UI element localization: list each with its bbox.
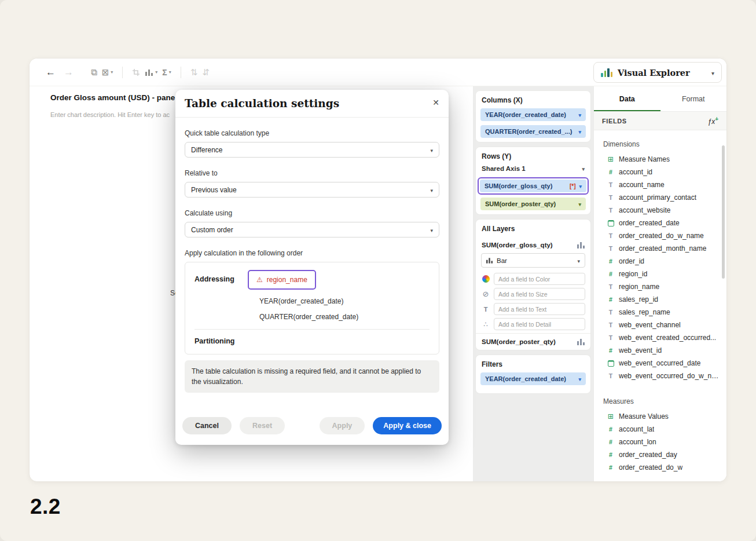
field-item[interactable]: web_event_channel — [594, 319, 726, 331]
shared-axis-row[interactable]: Shared Axis 1 — [476, 165, 590, 176]
layer-row-poster[interactable]: SUM(order_poster_qty) — [476, 333, 590, 350]
field-item[interactable]: account_lon — [594, 436, 726, 448]
field-item[interactable]: account_website — [594, 204, 726, 217]
field-name: sales_rep_name — [619, 308, 670, 316]
chart-title[interactable]: Order Gloss amount (USD) - pane — [50, 93, 175, 102]
add-field-input[interactable] — [494, 318, 585, 330]
field-item[interactable]: web_event_occurred_date — [594, 357, 726, 370]
relative-to-value: Previous value — [191, 186, 237, 194]
addressing-item-label: region_name — [267, 276, 307, 284]
field-item[interactable]: Measure Names — [594, 153, 726, 166]
fields-header-bar: FIELDS ƒx+ — [594, 112, 726, 130]
layer-row-gloss[interactable]: SUM(order_gloss_qty) — [476, 237, 590, 251]
chevron-down-icon — [575, 128, 581, 135]
add-calculation-button[interactable]: ƒx+ — [707, 116, 718, 126]
tab-data[interactable]: Data — [594, 86, 660, 111]
chart-description-placeholder[interactable]: Enter chart description. Hit Enter key t… — [50, 111, 170, 118]
modal-header: Table calculation settings ✕ — [175, 90, 449, 118]
size-icon — [481, 290, 490, 299]
apply-and-close-button[interactable]: Apply & close — [373, 417, 442, 434]
data-panel: Data Format FIELDS ƒx+ Dimensions Measur… — [593, 86, 726, 481]
add-field-input[interactable] — [494, 273, 585, 285]
field-name: order_created_do_w_name — [619, 232, 704, 240]
number-icon — [607, 257, 615, 265]
back-button[interactable]: ← — [43, 64, 58, 81]
number-icon — [607, 438, 615, 446]
row-pill-gloss[interactable]: SUM(order_gloss_qty) [*] — [480, 180, 586, 192]
pill-label: SUM(order_poster_qty) — [485, 200, 575, 207]
filter-pill[interactable]: YEAR(order_created_date) — [480, 372, 586, 385]
crop-icon[interactable] — [130, 66, 142, 79]
column-pill[interactable]: QUARTER(order_created_...) — [480, 125, 586, 138]
duplicate-chart-button[interactable]: ⧉ — [89, 65, 100, 80]
addressing-item[interactable]: YEAR(order_created_date) — [259, 297, 430, 305]
field-item[interactable]: order_created_month_name — [594, 242, 726, 255]
field-name: order_created_day — [619, 451, 677, 459]
field-item[interactable]: sales_rep_id — [594, 293, 726, 306]
field-item[interactable]: region_id — [594, 268, 726, 280]
field-item[interactable]: order_id — [594, 255, 726, 268]
filters-shelf: Filters YEAR(order_created_date) — [475, 354, 591, 394]
addressing-item-region-name[interactable]: ⚠ region_name — [248, 270, 316, 290]
field-item[interactable]: web_event_created_occurred... — [594, 331, 726, 344]
relative-to-label: Relative to — [185, 169, 439, 177]
scrollbar-thumb[interactable] — [722, 145, 725, 279]
encoding-drop-row — [481, 318, 585, 330]
field-item[interactable]: sales_rep_name — [594, 306, 726, 319]
calc-type-select[interactable]: Difference — [185, 142, 439, 158]
field-name: account_name — [619, 181, 665, 189]
text-icon — [607, 372, 615, 380]
chevron-down-icon — [582, 165, 585, 172]
field-name: web_event_occurred_do_w_na... — [619, 372, 721, 380]
pill-label: QUARTER(order_created_...) — [485, 128, 575, 135]
close-icon[interactable]: ✕ — [432, 98, 439, 107]
field-item[interactable]: account_primary_contact — [594, 191, 726, 204]
field-item[interactable]: order_created_date — [594, 217, 726, 229]
axis-settings-button[interactable] — [142, 66, 160, 78]
field-name: Measure Values — [619, 412, 669, 421]
field-item[interactable]: order_created_do_w — [594, 461, 726, 474]
warning-icon: ⚠ — [256, 276, 263, 284]
field-item[interactable]: order_created_do_w_name — [594, 229, 726, 242]
forward-button[interactable]: → — [61, 64, 76, 81]
delete-chart-button[interactable]: ⊠ — [100, 65, 116, 80]
field-item[interactable]: order_created_day — [594, 448, 726, 461]
field-item[interactable]: region_name — [594, 280, 726, 293]
field-item[interactable]: account_id — [594, 166, 726, 178]
add-field-input[interactable] — [494, 303, 585, 315]
bar-chart-icon — [486, 258, 493, 264]
row-pill-poster[interactable]: SUM(order_poster_qty) — [480, 198, 586, 210]
addressing-item[interactable]: QUARTER(order_created_date) — [259, 313, 430, 321]
cancel-button[interactable]: Cancel — [182, 417, 232, 434]
dimensions-section-label: Dimensions — [603, 140, 717, 148]
addressing-label-col: Addressing — [194, 270, 248, 321]
modal-title: Table calculation settings — [185, 97, 339, 109]
modal-body: Quick table calculation type Difference … — [175, 129, 449, 393]
text-icon — [607, 232, 615, 240]
field-item[interactable]: account_lat — [594, 423, 726, 436]
calculate-using-select[interactable]: Custom order — [185, 222, 439, 237]
relative-to-select[interactable]: Previous value — [185, 182, 439, 198]
field-item[interactable]: Measure Values — [594, 410, 726, 423]
sort-descending-button[interactable]: ⇵ — [200, 65, 212, 80]
aggregate-sigma-button[interactable]: Σ — [160, 65, 173, 79]
text-icon — [481, 305, 490, 314]
field-item[interactable]: web_event_id — [594, 344, 726, 357]
column-pill[interactable]: YEAR(order_created_date) — [480, 108, 586, 121]
field-name: account_primary_contact — [619, 193, 696, 202]
tab-format[interactable]: Format — [660, 86, 727, 111]
apply-button[interactable]: Apply — [320, 417, 365, 434]
field-name: region_id — [619, 270, 647, 278]
add-field-input[interactable] — [494, 288, 585, 300]
rows-shelf-title: Rows (Y) — [476, 147, 590, 165]
chart-type-select[interactable]: Bar — [481, 253, 585, 268]
columns-pill-list: YEAR(order_created_date) QUARTER(order_c… — [476, 108, 590, 138]
slide-caption: 2.2 — [30, 495, 61, 519]
sort-ascending-button[interactable]: ⇅ — [188, 65, 200, 80]
reset-button[interactable]: Reset — [240, 417, 285, 434]
addressing-label: Addressing — [194, 270, 248, 283]
field-item[interactable]: account_name — [594, 178, 726, 191]
field-name: web_event_created_occurred... — [619, 334, 716, 342]
field-item[interactable]: web_event_occurred_do_w_na... — [594, 370, 726, 382]
visual-explorer-selector[interactable]: Visual Explorer — [593, 62, 722, 83]
